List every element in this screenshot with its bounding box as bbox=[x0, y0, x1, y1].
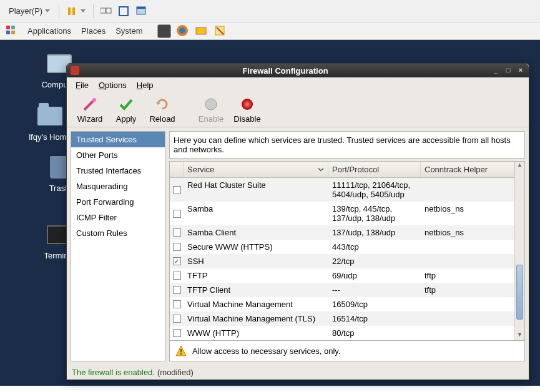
enable-button: Enable bbox=[193, 94, 229, 125]
vertical-scrollbar[interactable]: ▲ ▼ bbox=[514, 162, 524, 340]
port-protocol-cell: 16509/tcp bbox=[328, 297, 421, 311]
service-checkbox[interactable] bbox=[170, 178, 184, 202]
table-row[interactable]: TFTP69/udptftp bbox=[170, 268, 514, 283]
table-row[interactable]: ✓SSH22/tcp bbox=[170, 254, 514, 268]
toolbar-divider bbox=[59, 4, 59, 18]
services-table: Service Port/Protocol Conntrack Helper R… bbox=[170, 162, 514, 340]
service-checkbox[interactable] bbox=[170, 283, 184, 297]
column-conntrack-label: Conntrack Helper bbox=[425, 165, 488, 174]
sidebar-item-port-forwarding[interactable]: Port Forwarding bbox=[71, 194, 165, 210]
window-content: Trusted ServicesOther PortsTrusted Inter… bbox=[67, 127, 529, 365]
file-menu[interactable]: File bbox=[71, 79, 94, 92]
scroll-up-icon[interactable]: ▲ bbox=[515, 162, 524, 170]
table-row[interactable]: WWW (HTTP)80/tcp bbox=[170, 326, 514, 340]
apply-button[interactable]: Apply bbox=[108, 94, 144, 125]
help-menu[interactable]: Help bbox=[132, 79, 159, 92]
firewall-status: The firewall is enabled. bbox=[72, 368, 155, 377]
service-checkbox[interactable] bbox=[170, 311, 184, 326]
wizard-button[interactable]: Wizard bbox=[72, 94, 108, 125]
svg-rect-3 bbox=[106, 8, 111, 13]
svg-rect-9 bbox=[6, 31, 10, 34]
conntrack-cell bbox=[421, 240, 514, 254]
table-row[interactable]: Virtual Machine Management16509/tcp bbox=[170, 297, 514, 311]
info-text: Allow access to necessary services, only… bbox=[192, 346, 340, 356]
svg-rect-7 bbox=[6, 26, 10, 29]
table-row[interactable]: TFTP Client---tftp bbox=[170, 283, 514, 297]
sidebar-item-masquerading[interactable]: Masquerading bbox=[71, 179, 165, 194]
vm-pause-button[interactable] bbox=[64, 4, 79, 19]
column-conntrack[interactable]: Conntrack Helper bbox=[421, 162, 514, 177]
player-menu-label: Player(P) bbox=[9, 6, 42, 16]
table-row[interactable]: Secure WWW (HTTPS)443/tcp bbox=[170, 240, 514, 254]
window-titlebar[interactable]: Firewall Configuration _ □ × bbox=[67, 64, 529, 77]
applications-menu[interactable]: Applications bbox=[22, 24, 76, 38]
table-row[interactable]: Samba Client137/udp, 138/udpnetbios_ns bbox=[170, 225, 514, 240]
maximize-button[interactable]: □ bbox=[504, 66, 513, 75]
close-button[interactable]: × bbox=[516, 66, 525, 75]
service-checkbox[interactable] bbox=[170, 268, 184, 283]
window-title: Firewall Configuration bbox=[83, 66, 488, 76]
sidebar-item-trusted-services[interactable]: Trusted Services bbox=[71, 132, 165, 147]
terminal-launcher-icon[interactable] bbox=[157, 24, 171, 38]
svg-rect-21 bbox=[180, 349, 182, 352]
vm-send-keys-button[interactable] bbox=[99, 4, 114, 19]
table-row[interactable]: Red Hat Cluster Suite11111/tcp, 21064/tc… bbox=[170, 178, 514, 202]
service-checkbox[interactable]: ✓ bbox=[170, 254, 184, 268]
column-port[interactable]: Port/Protocol bbox=[328, 162, 421, 177]
table-row[interactable]: Virtual Machine Management (TLS)16514/tc… bbox=[170, 311, 514, 326]
places-menu[interactable]: Places bbox=[76, 24, 110, 38]
player-menu-button[interactable]: Player(P) bbox=[4, 4, 55, 18]
service-checkbox[interactable] bbox=[170, 202, 184, 225]
service-checkbox[interactable] bbox=[170, 225, 184, 240]
fullscreen-icon bbox=[119, 6, 129, 16]
description-text: Here you can define which services are t… bbox=[169, 131, 525, 159]
conntrack-cell: tftp bbox=[421, 283, 514, 297]
disable-button[interactable]: Disable bbox=[229, 94, 265, 125]
service-checkbox[interactable] bbox=[170, 326, 184, 340]
svg-point-17 bbox=[205, 99, 217, 110]
file-menu-label: ile bbox=[81, 81, 89, 90]
folder-icon bbox=[37, 107, 62, 125]
screens-icon bbox=[101, 6, 112, 16]
notes-launcher-icon[interactable] bbox=[214, 24, 227, 38]
desktop-panel: Applications Places System bbox=[0, 22, 540, 40]
svg-rect-4 bbox=[119, 7, 128, 16]
help-launcher-icon[interactable] bbox=[195, 24, 209, 38]
chevron-down-icon bbox=[45, 9, 50, 12]
circle-red-icon bbox=[238, 96, 256, 113]
column-service[interactable]: Service bbox=[184, 162, 328, 177]
reload-button[interactable]: Reload bbox=[144, 94, 180, 125]
options-menu-label: ptions bbox=[105, 81, 127, 90]
services-table-wrapper: Service Port/Protocol Conntrack Helper R… bbox=[169, 161, 525, 341]
conntrack-cell bbox=[421, 254, 514, 268]
help-menu-label: elp bbox=[142, 81, 153, 90]
sidebar-item-icmp-filter[interactable]: ICMP Filter bbox=[71, 210, 165, 225]
service-checkbox[interactable] bbox=[170, 297, 184, 311]
svg-point-18 bbox=[242, 99, 253, 110]
menubar: File Options Help bbox=[67, 77, 529, 92]
service-name-cell: Red Hat Cluster Suite bbox=[184, 178, 328, 202]
applications-icon bbox=[5, 24, 19, 38]
sidebar-item-trusted-interfaces[interactable]: Trusted Interfaces bbox=[71, 163, 165, 179]
vm-unity-button[interactable] bbox=[134, 4, 149, 19]
options-menu[interactable]: Options bbox=[94, 79, 132, 92]
system-menu[interactable]: System bbox=[110, 24, 147, 38]
checkmark-icon bbox=[117, 96, 135, 113]
service-name-cell: WWW (HTTP) bbox=[184, 326, 328, 340]
column-service-label: Service bbox=[187, 165, 214, 174]
firewall-icon bbox=[71, 66, 79, 75]
vm-fullscreen-button[interactable] bbox=[116, 4, 131, 19]
sidebar-item-other-ports[interactable]: Other Ports bbox=[71, 147, 165, 163]
scroll-down-icon[interactable]: ▼ bbox=[515, 331, 524, 340]
table-row[interactable]: Samba139/tcp, 445/tcp, 137/udp, 138/udpn… bbox=[170, 202, 514, 225]
service-checkbox[interactable] bbox=[170, 240, 184, 254]
firefox-launcher-icon[interactable] bbox=[176, 24, 190, 38]
conntrack-cell: netbios_ns bbox=[421, 202, 514, 225]
chevron-down-icon[interactable] bbox=[81, 9, 86, 12]
reload-icon bbox=[154, 96, 171, 113]
column-checkbox[interactable] bbox=[170, 162, 184, 177]
scrollbar-thumb[interactable] bbox=[516, 265, 523, 320]
modified-status: (modified) bbox=[157, 368, 194, 377]
minimize-button[interactable]: _ bbox=[491, 66, 500, 75]
sidebar-item-custom-rules[interactable]: Custom Rules bbox=[71, 225, 165, 241]
